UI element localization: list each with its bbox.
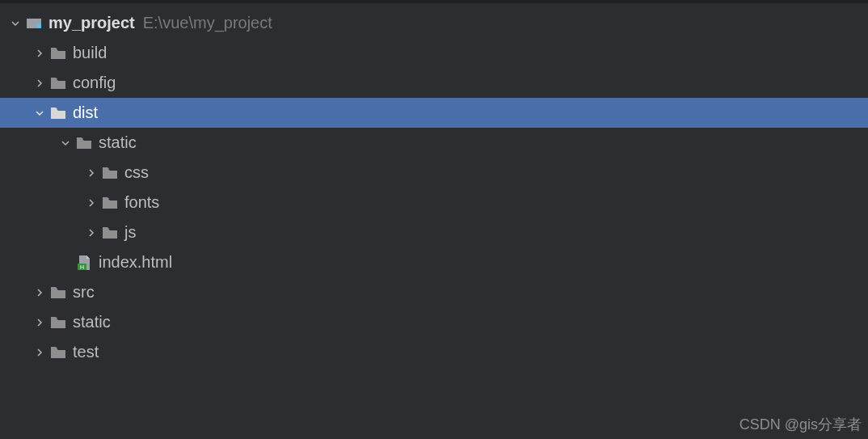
folder-label: static	[99, 133, 137, 152]
folder-label: test	[73, 343, 99, 361]
folder-icon	[50, 285, 66, 300]
svg-rect-1	[37, 24, 41, 28]
folder-label: css	[124, 163, 149, 182]
svg-text:H: H	[80, 264, 84, 269]
tree-row-src[interactable]: src	[0, 277, 868, 307]
folder-label: dist	[73, 103, 98, 122]
chevron-right-icon	[34, 79, 45, 87]
chevron-down-icon	[34, 109, 45, 117]
tree-row-js[interactable]: js	[0, 217, 868, 247]
folder-icon	[50, 106, 66, 120]
folder-icon	[50, 315, 66, 330]
watermark: CSDN @gis分享者	[739, 415, 862, 434]
tree-row-build[interactable]: build	[0, 38, 868, 68]
chevron-right-icon	[86, 199, 97, 207]
chevron-right-icon	[86, 169, 97, 177]
folder-label: static	[73, 313, 111, 331]
folder-icon	[50, 46, 66, 61]
chevron-right-icon	[86, 229, 97, 237]
chevron-down-icon	[10, 19, 21, 27]
tree-row-css[interactable]: css	[0, 158, 868, 188]
project-tree[interactable]: my_project E:\vue\my_project build confi…	[0, 3, 868, 367]
tree-row-static2[interactable]: static	[0, 307, 868, 337]
tree-row-indexhtml[interactable]: H index.html	[0, 247, 868, 277]
folder-label: config	[73, 74, 116, 92]
folder-label: js	[124, 223, 136, 242]
chevron-right-icon	[34, 348, 45, 357]
project-name: my_project	[48, 14, 135, 32]
module-icon	[26, 16, 42, 31]
chevron-right-icon	[34, 289, 45, 297]
tree-row-dist[interactable]: dist	[0, 98, 868, 128]
folder-icon	[102, 196, 118, 210]
folder-label: fonts	[124, 193, 159, 212]
chevron-right-icon	[34, 49, 45, 57]
tree-row-test[interactable]: test	[0, 337, 868, 367]
folder-icon	[50, 345, 66, 360]
folder-icon	[102, 226, 118, 240]
project-path: E:\vue\my_project	[143, 14, 272, 32]
file-label: index.html	[99, 253, 172, 272]
folder-icon	[76, 136, 92, 150]
tree-row-config[interactable]: config	[0, 68, 868, 98]
folder-label: build	[73, 44, 107, 62]
tree-row-static[interactable]: static	[0, 128, 868, 158]
tree-row-fonts[interactable]: fonts	[0, 188, 868, 217]
folder-icon	[102, 166, 118, 180]
chevron-down-icon	[60, 139, 71, 147]
tree-row-project-root[interactable]: my_project E:\vue\my_project	[0, 8, 868, 38]
folder-label: src	[73, 283, 95, 302]
chevron-right-icon	[34, 319, 45, 327]
folder-icon	[50, 76, 66, 91]
html-file-icon: H	[76, 255, 92, 270]
